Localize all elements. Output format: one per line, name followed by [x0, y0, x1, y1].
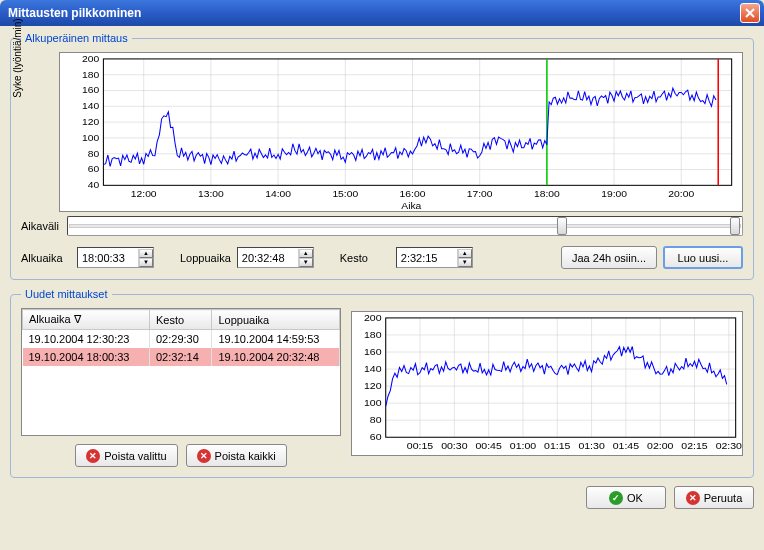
duration-label: Kesto: [340, 252, 390, 264]
svg-text:17:00: 17:00: [467, 188, 493, 199]
svg-text:80: 80: [88, 148, 100, 159]
start-time-label: Alkuaika: [21, 252, 71, 264]
table-row[interactable]: 19.10.2004 18:00:3302:32:1419.10.2004 20…: [23, 348, 340, 366]
svg-text:02:00: 02:00: [647, 440, 674, 451]
svg-text:160: 160: [82, 85, 100, 96]
svg-text:60: 60: [88, 164, 100, 175]
titlebar: Mittausten pilkkominen: [0, 0, 764, 26]
original-measurement-group: Alkuperäinen mittaus Syke (lyöntiä/min) …: [10, 32, 754, 280]
svg-rect-76: [386, 318, 736, 437]
end-time-input[interactable]: [238, 250, 298, 266]
svg-text:00:15: 00:15: [407, 440, 434, 451]
svg-text:160: 160: [364, 346, 382, 357]
svg-text:16:00: 16:00: [400, 188, 426, 199]
ok-button[interactable]: ✓ OK: [586, 486, 666, 509]
svg-text:80: 80: [370, 414, 382, 425]
end-time-spin[interactable]: ▲▼: [237, 247, 314, 268]
group1-legend: Alkuperäinen mittaus: [21, 32, 132, 44]
delete-icon: ✕: [86, 449, 100, 463]
svg-text:13:00: 13:00: [198, 188, 224, 199]
spin-up-icon[interactable]: ▲: [458, 249, 472, 258]
svg-text:200: 200: [364, 312, 382, 323]
ok-icon: ✓: [609, 491, 623, 505]
svg-text:200: 200: [82, 53, 100, 64]
svg-text:01:30: 01:30: [578, 440, 605, 451]
duration-spin[interactable]: ▲▼: [396, 247, 473, 268]
delete-icon: ✕: [197, 449, 211, 463]
svg-text:02:15: 02:15: [681, 440, 708, 451]
svg-text:12:00: 12:00: [131, 188, 157, 199]
svg-text:Aika: Aika: [401, 200, 421, 211]
svg-text:180: 180: [82, 69, 100, 80]
svg-text:18:00: 18:00: [534, 188, 560, 199]
measurements-table[interactable]: Alkuaika ∇ Kesto Loppuaika 19.10.2004 12…: [21, 308, 341, 436]
slider-label: Aikaväli: [21, 220, 59, 232]
svg-text:120: 120: [82, 116, 100, 127]
close-button[interactable]: [740, 3, 760, 23]
cancel-icon: ✕: [686, 491, 700, 505]
new-measurements-group: Uudet mittaukset Alkuaika ∇ Kesto Loppua…: [10, 288, 754, 478]
duration-input[interactable]: [397, 250, 457, 266]
end-time-label: Loppuaika: [180, 252, 231, 264]
split-24h-button[interactable]: Jaa 24h osiin...: [561, 246, 657, 269]
delete-all-button[interactable]: ✕ Poista kaikki: [186, 444, 287, 467]
spin-down-icon[interactable]: ▼: [458, 258, 472, 267]
svg-text:14:00: 14:00: [265, 188, 291, 199]
cancel-button[interactable]: ✕ Peruuta: [674, 486, 754, 509]
svg-text:180: 180: [364, 329, 382, 340]
svg-text:01:45: 01:45: [613, 440, 640, 451]
chart2: 608010012014016018020000:1500:3000:4501:…: [351, 311, 743, 456]
svg-text:00:45: 00:45: [475, 440, 502, 451]
svg-text:02:30: 02:30: [716, 440, 742, 451]
svg-text:20:00: 20:00: [668, 188, 694, 199]
spin-up-icon[interactable]: ▲: [139, 249, 153, 258]
svg-text:01:15: 01:15: [544, 440, 571, 451]
create-new-button[interactable]: Luo uusi...: [663, 246, 743, 269]
svg-text:00:30: 00:30: [441, 440, 468, 451]
svg-text:19:00: 19:00: [601, 188, 627, 199]
chart1-ylabel: Syke (lyöntiä/min): [12, 18, 23, 97]
chart1: 40608010012014016018020012:0013:0014:001…: [59, 52, 743, 212]
time-range-slider[interactable]: [67, 216, 743, 236]
svg-text:01:00: 01:00: [510, 440, 537, 451]
svg-text:60: 60: [370, 432, 382, 443]
window-title: Mittausten pilkkominen: [4, 6, 740, 20]
slider-handle-right[interactable]: [730, 217, 740, 235]
svg-text:140: 140: [364, 363, 382, 374]
table-row[interactable]: 19.10.2004 12:30:2302:29:3019.10.2004 14…: [23, 330, 340, 349]
spin-down-icon[interactable]: ▼: [299, 258, 313, 267]
close-icon: [745, 8, 755, 18]
svg-text:100: 100: [82, 132, 100, 143]
delete-selected-button[interactable]: ✕ Poista valittu: [75, 444, 177, 467]
svg-text:140: 140: [82, 100, 100, 111]
spin-down-icon[interactable]: ▼: [139, 258, 153, 267]
start-time-spin[interactable]: ▲▼: [77, 247, 154, 268]
spin-up-icon[interactable]: ▲: [299, 249, 313, 258]
svg-text:15:00: 15:00: [332, 188, 358, 199]
svg-text:120: 120: [364, 380, 382, 391]
svg-text:100: 100: [364, 397, 382, 408]
slider-handle-left[interactable]: [557, 217, 567, 235]
svg-text:40: 40: [88, 179, 100, 190]
start-time-input[interactable]: [78, 250, 138, 266]
col-end[interactable]: Loppuaika: [212, 310, 340, 330]
group2-legend: Uudet mittaukset: [21, 288, 112, 300]
col-duration[interactable]: Kesto: [149, 310, 211, 330]
col-start[interactable]: Alkuaika ∇: [23, 310, 150, 330]
